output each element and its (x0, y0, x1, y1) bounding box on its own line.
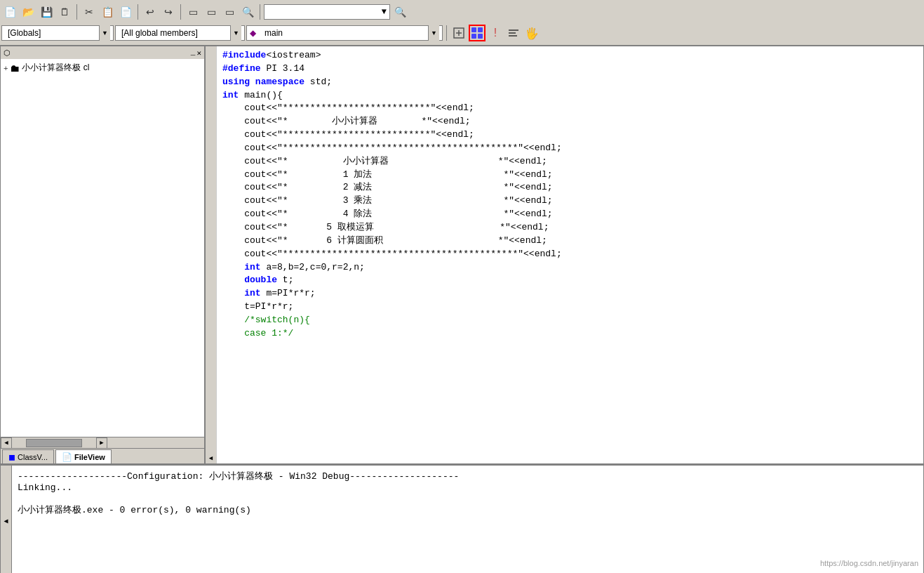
classview-icon: ◼ (8, 452, 15, 462)
tree-root-item[interactable]: + 🖿 小小计算器终极 cl (4, 62, 201, 74)
tree-expand-icon[interactable]: + (4, 64, 8, 72)
code-line-5: cout<<"***************************"<<end… (222, 102, 918, 115)
toolbar-row2: [Globals] ▼ [All global members] ▼ ◆ mai… (1, 23, 923, 43)
main-content-area: ⬡ _ ✕ + 🖿 小小计算器终极 cl ◀ ▶ ◼ (0, 46, 924, 464)
icon-btn5[interactable]: 🖐 (523, 25, 540, 41)
panel-title-text: ⬡ (4, 48, 11, 58)
tree-node-icon: 🖿 (10, 62, 20, 74)
icon-btn4[interactable] (505, 25, 522, 41)
search-arrow[interactable]: ▼ (382, 7, 387, 17)
members-label: [All global members] (119, 28, 227, 38)
left-panel: ⬡ _ ✕ + 🖿 小小计算器终极 cl ◀ ▶ ◼ (0, 46, 205, 464)
code-left-arrow[interactable]: ◀ (209, 454, 213, 462)
scroll-thumb[interactable] (26, 439, 82, 447)
horizontal-scrollbar[interactable]: ◀ ▶ (1, 437, 204, 448)
debug-btn[interactable]: ▭ (221, 4, 238, 20)
tab-classview[interactable]: ◼ ClassV... (2, 449, 54, 463)
tab-fileview[interactable]: 📄 FileView (55, 449, 112, 463)
code-line-11: cout<<"* 2 减法 *"<<endl; (222, 181, 918, 195)
save-all-btn[interactable]: 🗒 (56, 4, 73, 20)
output-result: 小小计算器终极.exe - 0 error(s), 0 warning(s) (18, 503, 918, 516)
code-line-17: int a=8,b=2,c=0,r=2,n; (222, 261, 918, 275)
svg-rect-6 (478, 34, 483, 39)
sep1 (76, 4, 77, 20)
keyword-using: using (222, 77, 250, 87)
code-line-3: using namespace std; (222, 76, 918, 89)
sep2 (138, 4, 138, 20)
code-line-6: cout<<"* 小小计算器 *"<<endl; (222, 115, 918, 129)
fileview-icon: 📄 (62, 452, 72, 462)
paste-btn[interactable]: 📄 (117, 4, 134, 20)
members-dropdown[interactable]: [All global members] ▼ (115, 25, 245, 41)
icon-btn3[interactable]: ! (487, 25, 504, 41)
watermark: https://blog.csdn.net/jinyaran (820, 559, 918, 567)
output-config-line: --------------------Configuration: 小小计算器… (18, 470, 918, 482)
toolbar-area: 📄 📂 💾 🗒 ✂ 📋 📄 ↩ ↪ ▭ ▭ ▭ 🔍 ▼ 🔍 (0, 0, 924, 46)
code-line-1: #include<iostream> (222, 49, 918, 62)
keyword-define: #define (222, 63, 261, 74)
sep4 (260, 4, 260, 20)
main-label: main (262, 28, 425, 38)
save-btn[interactable]: 💾 (38, 4, 55, 20)
panel-minimize[interactable]: _ (191, 48, 196, 58)
comment-end: case 1:*/ (222, 328, 293, 338)
keyword-int-17: int (244, 262, 260, 272)
globals-arrow[interactable]: ▼ (99, 25, 110, 41)
panel-tab-bar: ◼ ClassV... 📄 FileView (1, 448, 204, 463)
members-arrow[interactable]: ▼ (230, 25, 241, 41)
output-panel: ◀ --------------------Configuration: 小小计… (0, 464, 924, 573)
run-btn[interactable]: ▭ (203, 4, 220, 20)
find-btn[interactable]: 🔍 (391, 4, 408, 20)
code-line-16: cout<<"*********************************… (222, 248, 918, 261)
globals-dropdown[interactable]: [Globals] ▼ (1, 25, 114, 41)
output-text-area: --------------------Configuration: 小小计算器… (12, 466, 923, 573)
fileview-label: FileView (74, 453, 105, 461)
code-line-15: cout<<"* 6 计算圆面积 *"<<endl; (222, 235, 918, 248)
keyword-include: #include (222, 50, 266, 60)
scroll-right-arrow[interactable]: ▶ (96, 437, 107, 449)
attach-btn[interactable]: 🔍 (239, 4, 256, 20)
svg-rect-5 (471, 34, 476, 39)
keyword-int-19: int (244, 288, 260, 298)
new-file-btn[interactable]: 📄 (1, 4, 18, 20)
search-combo[interactable]: ▼ (264, 4, 390, 20)
code-line-13: cout<<"* 4 除法 *"<<endl; (222, 208, 918, 221)
scroll-left-arrow[interactable]: ◀ (1, 437, 12, 449)
tree-view: + 🖿 小小计算器终极 cl (1, 59, 204, 437)
main-dropdown[interactable]: ◆ main ▼ (246, 25, 443, 41)
code-line-18: double t; (222, 274, 918, 287)
copy-btn[interactable]: 📋 (99, 4, 116, 20)
sep5 (446, 25, 447, 41)
cut-btn[interactable]: ✂ (81, 4, 98, 20)
sep3 (180, 4, 181, 20)
output-left-arrow[interactable]: ◀ (1, 466, 12, 573)
globals-label: [Globals] (5, 28, 96, 38)
code-line-7: cout<<"***************************"<<end… (222, 129, 918, 142)
toolbar-row1: 📄 📂 💾 🗒 ✂ 📋 📄 ↩ ↪ ▭ ▭ ▭ 🔍 ▼ 🔍 (1, 2, 923, 22)
output-blank (18, 493, 918, 503)
panel-title-bar: ⬡ _ ✕ (1, 46, 204, 59)
code-line-4: int main(){ (222, 89, 918, 103)
classview-label: ClassV... (18, 453, 48, 461)
code-line-2: #define PI 3.14 (222, 62, 918, 76)
svg-rect-3 (471, 27, 476, 32)
tree-node-label: 小小计算器终极 cl (22, 62, 89, 74)
build-btn[interactable]: ▭ (185, 4, 201, 20)
open-btn[interactable]: 📂 (20, 4, 36, 20)
code-line-21: /*switch(n){ (222, 314, 918, 327)
icon-btn2[interactable] (469, 25, 486, 41)
panel-close[interactable]: ✕ (196, 48, 201, 58)
keyword-namespace: namespace (255, 77, 304, 87)
code-line-8: cout<<"*********************************… (222, 142, 918, 155)
code-line-20: t=PI*r*r; (222, 301, 918, 314)
main-arrow[interactable]: ▼ (428, 25, 439, 41)
redo-btn[interactable]: ↪ (160, 4, 177, 20)
code-line-9: cout<<"* 小小计算器 *"<<endl; (222, 155, 918, 169)
output-content: ◀ --------------------Configuration: 小小计… (1, 466, 923, 573)
undo-btn[interactable]: ↩ (142, 4, 159, 20)
code-lines[interactable]: #include<iostream> #define PI 3.14 using… (217, 46, 923, 463)
code-editor: ◀ #include<iostream> #define PI 3.14 usi… (205, 46, 924, 464)
code-line-22: case 1:*/ (222, 327, 918, 341)
icon-btn1[interactable] (450, 25, 467, 41)
code-left-nav[interactable]: ◀ (206, 46, 217, 463)
